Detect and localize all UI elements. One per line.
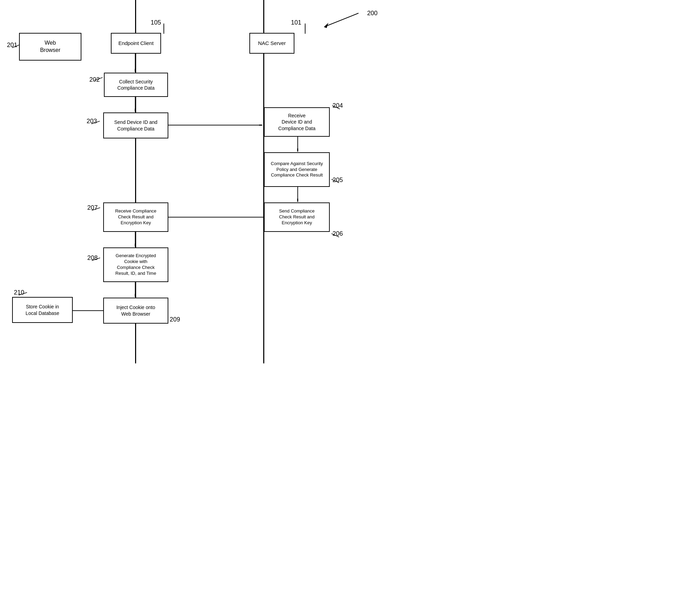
svg-marker-21 — [135, 294, 136, 297]
svg-marker-7 — [135, 69, 136, 72]
bracket-208 — [92, 257, 101, 261]
step-205: Compare Against Security Policy and Gene… — [264, 152, 330, 187]
bracket-207 — [92, 207, 101, 211]
arrow-204-to-205 — [297, 137, 298, 152]
arrow-207-to-208 — [135, 232, 136, 247]
svg-line-0 — [326, 13, 358, 26]
bracket-205 — [330, 179, 340, 183]
label-200: 200 — [367, 10, 378, 17]
diagram: 200 105 101 Web Browser 201 Endpoint Cli… — [0, 0, 416, 363]
actor-endpoint-client: Endpoint Client — [111, 33, 161, 54]
label-209: 209 — [170, 316, 180, 323]
arrow-101-down — [305, 24, 305, 34]
step-206: Send Compliance Check Result and Encrypt… — [264, 202, 330, 232]
arrow-203-to-204 — [168, 125, 264, 126]
bracket-201 — [12, 44, 21, 48]
svg-marker-11 — [259, 125, 263, 126]
arrow-105-down — [163, 24, 164, 34]
arrow-208-to-209 — [135, 282, 136, 298]
svg-marker-15 — [297, 199, 298, 202]
label-101: 101 — [291, 19, 301, 26]
step-202: Collect Security Compliance Data — [104, 73, 168, 97]
arrow-to-202 — [135, 54, 136, 73]
label-105: 105 — [151, 19, 161, 26]
actor-web-browser: Web Browser — [19, 33, 81, 61]
step-203: Send Device ID and Compliance Data — [103, 112, 168, 138]
bracket-204 — [331, 105, 340, 110]
actor-nac-server: NAC Server — [249, 33, 294, 54]
svg-marker-9 — [135, 109, 136, 112]
svg-marker-3 — [163, 31, 164, 34]
svg-marker-5 — [305, 31, 305, 34]
svg-marker-13 — [297, 148, 298, 152]
step-204: Receive Device ID and Compliance Data — [264, 107, 330, 137]
arrow-200 — [305, 10, 364, 30]
svg-marker-19 — [135, 244, 136, 247]
step-209: Inject Cookie onto Web Browser — [103, 298, 168, 324]
bracket-202 — [94, 77, 104, 81]
bracket-210 — [19, 292, 28, 296]
bracket-203 — [91, 120, 101, 125]
step-208: Generate Encrypted Cookie with Complianc… — [103, 247, 168, 282]
step-210: Store Cookie in Local Database — [12, 297, 73, 323]
arrow-202-to-203 — [135, 97, 136, 112]
step-207: Receive Compliance Check Result and Encr… — [103, 202, 168, 232]
bracket-206 — [330, 233, 340, 238]
arrow-205-to-206 — [297, 187, 298, 202]
